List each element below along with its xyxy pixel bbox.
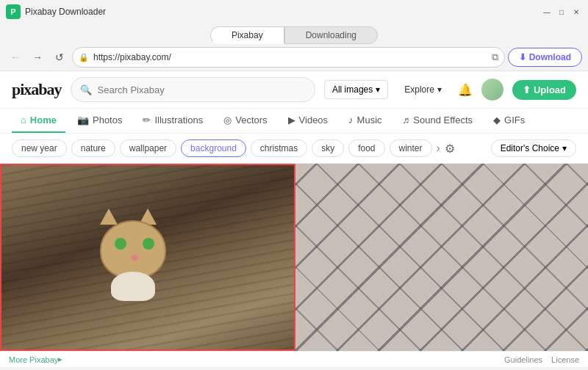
filter-bar: new year nature wallpaper background chr… <box>0 134 588 164</box>
address-bar[interactable]: 🔒 https://pixabay.com/ ⧉ <box>72 47 505 68</box>
app-logo: P <box>6 4 21 19</box>
forward-button[interactable]: → <box>28 48 47 67</box>
gif-icon: ◆ <box>493 115 501 126</box>
nav-music[interactable]: ♪ Music <box>340 109 390 133</box>
image-column-right[interactable] <box>295 164 588 351</box>
chevron-down-icon: ▾ <box>376 84 380 95</box>
chevron-down-icon: ▾ <box>562 143 567 153</box>
image-grid <box>0 164 588 351</box>
tag-background[interactable]: background <box>181 139 246 157</box>
back-button[interactable]: ← <box>6 48 25 67</box>
license-link[interactable]: License <box>551 355 579 364</box>
music-icon: ♪ <box>348 115 354 126</box>
cat-eye-right <box>143 238 154 250</box>
more-tags-button[interactable]: › <box>437 142 440 155</box>
pixabay-logo: pixabay <box>12 80 62 99</box>
cat-image[interactable] <box>1 165 294 349</box>
upload-icon: ⬆ <box>523 84 531 95</box>
tag-christmas[interactable]: christmas <box>251 139 307 157</box>
cat-nose <box>131 255 138 261</box>
tag-new-year[interactable]: new year <box>12 139 67 157</box>
refresh-button[interactable]: ↺ <box>50 48 69 67</box>
search-input[interactable] <box>98 84 306 95</box>
video-icon: ▶ <box>288 115 295 126</box>
search-icon: 🔍 <box>80 84 92 95</box>
nav-photos[interactable]: 📷 Photos <box>68 109 131 133</box>
cat-face <box>89 220 177 301</box>
footer-links: Guidelines License <box>504 355 579 364</box>
tab-pixabay[interactable]: Pixabay <box>210 26 284 44</box>
tag-nature[interactable]: nature <box>71 139 115 157</box>
guidelines-link[interactable]: Guidelines <box>504 355 542 364</box>
download-button[interactable]: ⬇ Download <box>508 48 582 67</box>
maximize-button[interactable]: □ <box>556 6 567 18</box>
footer: More Pixabay ▸ Guidelines License <box>0 351 588 367</box>
window-controls: — □ ✕ <box>541 6 582 18</box>
nav-illustrations[interactable]: ✏ Illustrations <box>134 109 212 133</box>
pixabay-header: pixabay 🔍 All images ▾ Explore ▾ 🔔 ⬆ Upl… <box>0 71 588 109</box>
upload-button[interactable]: ⬆ Upload <box>512 80 576 100</box>
search-box[interactable]: 🔍 <box>71 77 315 102</box>
nav-videos[interactable]: ▶ Videos <box>279 109 337 133</box>
building-image[interactable] <box>295 164 588 351</box>
user-avatar[interactable] <box>481 79 503 101</box>
tab-downloading[interactable]: Downloading <box>284 26 378 44</box>
sound-icon: ♬ <box>403 115 410 126</box>
tag-wallpaper[interactable]: wallpaper <box>120 139 176 157</box>
minimize-button[interactable]: — <box>541 6 553 18</box>
title-bar-left: P Pixabay Downloader <box>6 4 106 19</box>
cat-head <box>100 220 166 279</box>
nav-vectors[interactable]: ◎ Vectors <box>215 109 276 133</box>
vectors-icon: ◎ <box>223 115 232 126</box>
building-grid-overlay <box>295 164 588 351</box>
image-column-left[interactable] <box>0 164 295 351</box>
close-button[interactable]: ✕ <box>570 6 582 18</box>
category-nav: ⌂ Home 📷 Photos ✏ Illustrations ◎ Vector… <box>0 109 588 134</box>
all-images-dropdown[interactable]: All images ▾ <box>324 80 388 99</box>
nav-home[interactable]: ⌂ Home <box>12 109 65 133</box>
cat-ear-left <box>100 208 118 225</box>
lock-icon: 🔒 <box>79 53 89 62</box>
home-icon: ⌂ <box>21 115 26 126</box>
chevron-down-icon: ▾ <box>437 84 442 95</box>
content-area: pixabay 🔍 All images ▾ Explore ▾ 🔔 ⬆ Upl… <box>0 71 588 367</box>
more-pixabay-label[interactable]: More Pixabay <box>9 355 58 364</box>
download-icon: ⬇ <box>519 52 526 62</box>
title-bar: P Pixabay Downloader — □ ✕ <box>0 0 588 23</box>
url-text: https://pixabay.com/ <box>93 52 487 62</box>
browser-bar: ← → ↺ 🔒 https://pixabay.com/ ⧉ ⬇ Downloa… <box>0 44 588 71</box>
nav-gifs[interactable]: ◆ GIFs <box>484 109 534 133</box>
tag-sky[interactable]: sky <box>312 139 344 157</box>
cat-chest <box>111 272 155 301</box>
filter-settings-button[interactable]: ⚙ <box>445 142 455 156</box>
notification-bell-icon[interactable]: 🔔 <box>458 83 473 97</box>
editor-choice-button[interactable]: Editor's Choice ▾ <box>491 139 576 157</box>
app-title: Pixabay Downloader <box>25 7 106 17</box>
cat-eye-left <box>115 238 126 250</box>
pencil-icon: ✏ <box>143 115 151 126</box>
nav-sound-effects[interactable]: ♬ Sound Effects <box>394 109 481 133</box>
tag-food[interactable]: food <box>348 139 384 157</box>
more-arrow-icon: ▸ <box>58 355 62 364</box>
explore-button[interactable]: Explore ▾ <box>397 81 449 98</box>
tag-winter[interactable]: winter <box>390 139 432 157</box>
tab-bar: Pixabay Downloading <box>0 23 588 44</box>
camera-icon: 📷 <box>77 115 89 126</box>
copy-url-button[interactable]: ⧉ <box>492 51 498 63</box>
